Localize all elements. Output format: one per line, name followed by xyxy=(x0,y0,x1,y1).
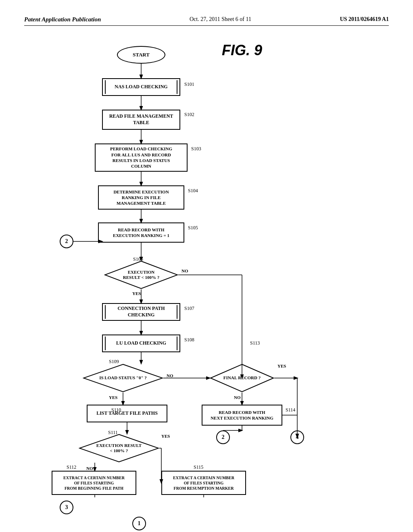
svg-marker-2 xyxy=(211,364,273,392)
header-patent-number: US 2011/0264619 A1 xyxy=(340,16,389,23)
s114-label: S114 xyxy=(286,407,295,413)
start-node: START xyxy=(117,46,165,64)
header: Patent Application Publication Oct. 27, … xyxy=(24,16,389,26)
s111-yes-label: YES xyxy=(161,434,170,438)
connector-2-bottom: 2 xyxy=(216,430,230,444)
s106-yes-label: YES xyxy=(132,291,141,296)
s101-label: S101 xyxy=(184,81,194,87)
header-date-sheet: Oct. 27, 2011 Sheet 6 of 11 xyxy=(190,16,251,23)
s109-yes-label: YES xyxy=(109,395,117,400)
s106-no-label: NO xyxy=(181,268,188,273)
arrows-overlay xyxy=(24,38,389,497)
s105-node: READ RECORD WITH EXECUTION RANKING = 1 xyxy=(98,222,184,243)
svg-marker-0 xyxy=(105,261,177,289)
s102-node: READ FILE MANAGEMENT TABLE xyxy=(102,110,180,130)
s108-label: S108 xyxy=(184,337,194,343)
header-patent-label: Patent Application Publication xyxy=(24,16,101,23)
s104-label: S104 xyxy=(188,188,198,194)
s107-node: CONNECTION PATH CHECKING xyxy=(102,303,180,321)
s115-label: S115 xyxy=(194,464,203,470)
s108-node: LU LOAD CHECKING xyxy=(102,335,180,352)
s103-label: S103 xyxy=(191,146,201,152)
s111-diamond xyxy=(79,434,159,463)
s103-node: PERFORM LOAD CHECKING FOR ALL LUS AND RE… xyxy=(95,143,188,172)
connector-2-left: 2 xyxy=(60,235,73,248)
svg-marker-1 xyxy=(83,364,163,392)
s113-label: S113 xyxy=(250,340,260,346)
diagram-title: FIG. 9 xyxy=(222,42,262,59)
s101-node: NAS LOAD CHECKING xyxy=(102,78,180,96)
connector-4: 4 xyxy=(290,430,304,444)
page: Patent Application Publication Oct. 27, … xyxy=(0,0,413,532)
s110-label: S110 xyxy=(111,407,121,413)
svg-marker-3 xyxy=(79,434,159,462)
diagram-area: FIG. 9 START NAS LOAD CHECKING S101 READ… xyxy=(24,38,389,497)
connector-3: 3 xyxy=(60,501,73,514)
s109-no-label: NO xyxy=(167,373,173,378)
s114-node: READ RECORD WITH NEXT EXECUTION RANKING xyxy=(202,405,282,426)
connector-1-bottom: 1 xyxy=(132,517,146,530)
s115-node: EXTRACT A CERTAIN NUMBER OF FILES STARTI… xyxy=(161,471,246,495)
s112-label: S112 xyxy=(67,464,76,470)
s105-label: S105 xyxy=(188,225,198,231)
s112-node: EXTRACT A CERTAIN NUMBER OF FILES STARTI… xyxy=(52,471,136,495)
s111-no-label: NO xyxy=(86,466,93,471)
s113-no-label: NO xyxy=(234,395,241,400)
s113-diamond xyxy=(210,364,274,393)
s104-node: DETERMINE EXECUTION RANKING IN FILE MANA… xyxy=(98,185,184,210)
s102-label: S102 xyxy=(184,112,194,118)
s109-diamond xyxy=(83,364,163,393)
s113-yes-label: YES xyxy=(277,364,286,368)
s106-diamond xyxy=(104,260,178,289)
s107-label: S107 xyxy=(184,305,194,312)
s110-node: LIST TARGET FILE PATHS xyxy=(87,405,167,422)
